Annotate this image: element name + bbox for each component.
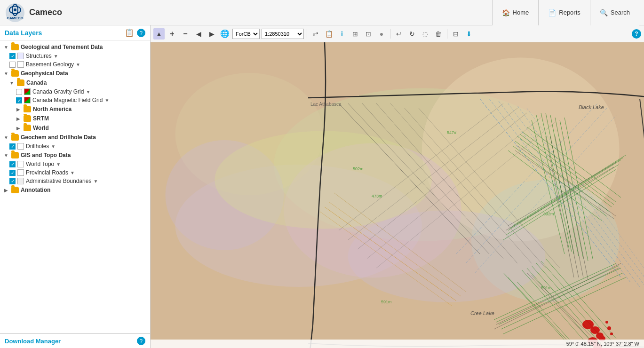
list-item: Canada Gravity Grid ▼ <box>13 87 150 96</box>
copy-button[interactable]: 📋 <box>323 28 334 40</box>
export-button[interactable]: ⊡ <box>363 28 374 40</box>
reports-label: Reports <box>559 9 580 16</box>
search-icon: 🔍 <box>600 9 608 16</box>
gravity-dropdown[interactable]: ▼ <box>86 89 90 95</box>
map-canvas[interactable]: Black Lake Lac Athabasca Cree Lake Reind… <box>151 42 644 348</box>
tree-group-header-northamerica[interactable]: ▶ North America <box>7 104 150 114</box>
svg-point-110 <box>605 321 608 324</box>
tree-group-header-srtm[interactable]: ▶ SRTM <box>7 114 150 123</box>
group-label-geochem: Geochem and Drillhole Data <box>21 134 96 141</box>
geophysical-children: ▼ Canada Canada Gravity Grid ▼ <box>0 78 150 133</box>
svg-point-112 <box>610 332 613 335</box>
expand-annotation[interactable]: ▶ <box>3 187 9 193</box>
group-label-northamerica: North America <box>33 106 72 112</box>
sidebar-add-button[interactable]: 📋 <box>125 28 134 37</box>
provincial-roads-checkbox[interactable]: ✓ <box>9 170 16 176</box>
coordinates-text: 59° 0' 48.15" N, 109° 37' 2.8" W <box>566 341 639 347</box>
download-manager: Download Manager ? <box>0 333 150 348</box>
drillholes-dropdown[interactable]: ▼ <box>51 144 56 149</box>
structures-checkbox[interactable]: ✓ <box>9 53 16 59</box>
provincial-roads-dropdown[interactable]: ▼ <box>70 170 75 175</box>
toolbar: ▲ + − ◀ ▶ 🌐 ForCB 1:2850310 ⇄ 📋 i ⊞ ⊡ ● … <box>151 25 644 42</box>
profile-select[interactable]: ForCB <box>232 29 260 39</box>
expand-world[interactable]: ▶ <box>15 125 22 131</box>
home-label: Home <box>513 9 529 16</box>
expand-geophysical[interactable]: ▼ <box>3 70 9 77</box>
scale-select[interactable]: 1:2850310 <box>262 29 304 39</box>
toolbar-separator-3 <box>447 29 447 39</box>
folder-icon-northamerica <box>24 106 31 112</box>
search-button[interactable]: 🔍 Search <box>590 0 639 25</box>
admin-boundaries-dropdown[interactable]: ▼ <box>93 179 98 184</box>
group-label-canada: Canada <box>26 79 47 86</box>
folder-icon-annotation <box>11 187 19 193</box>
pan-right-button[interactable]: ▶ <box>206 28 217 40</box>
list-item: Basement Geology ▼ <box>7 60 150 69</box>
pan-left-button[interactable]: ◀ <box>193 28 204 40</box>
group-label-srtm: SRTM <box>33 115 49 122</box>
tree-group-header-geological[interactable]: ▼ Geological and Tenement Data <box>0 42 150 52</box>
zoom-in-button[interactable]: + <box>167 28 178 40</box>
worldtopo-dropdown[interactable]: ▼ <box>56 162 61 167</box>
gravity-checkbox[interactable] <box>16 89 22 95</box>
delete-button[interactable]: 🗑 <box>433 28 444 40</box>
gis-topo-children: ✓ World Topo ▼ ✓ Provincial Roads ▼ ✓ <box>0 160 150 185</box>
magnetic-checkbox[interactable]: ✓ <box>16 97 22 103</box>
tree-group-header-geophysical[interactable]: ▼ Geophysical Data <box>0 69 150 78</box>
zoom-out-button[interactable]: − <box>180 28 191 40</box>
svg-text:473m: 473m <box>372 194 382 198</box>
tree-group-header-annotation[interactable]: ▶ Annotation <box>0 185 150 195</box>
expand-canada[interactable]: ▼ <box>8 79 15 86</box>
tree-group-header-gis-topo[interactable]: ▼ GIS and Topo Data <box>0 150 150 160</box>
reports-button[interactable]: 📄 Reports <box>538 0 590 25</box>
redo-button[interactable]: ↻ <box>406 28 418 40</box>
toggle-button[interactable]: ⇄ <box>310 28 321 40</box>
provincial-roads-icon <box>17 169 24 176</box>
folder-icon-world <box>24 125 31 131</box>
svg-text:392m: 392m <box>543 212 554 216</box>
expand-gis-topo[interactable]: ▼ <box>3 152 9 158</box>
clear-button[interactable]: ◌ <box>420 28 431 40</box>
tree-group-header-canada[interactable]: ▼ Canada <box>7 78 150 87</box>
expand-northamerica[interactable]: ▶ <box>15 106 22 112</box>
magnetic-dropdown[interactable]: ▼ <box>104 98 109 103</box>
structures-dropdown[interactable]: ▼ <box>54 54 58 59</box>
svg-text:591m: 591m <box>381 300 392 304</box>
expand-geochem[interactable]: ▼ <box>3 134 9 141</box>
expand-geological[interactable]: ▼ <box>3 44 9 50</box>
expand-srtm[interactable]: ▶ <box>15 115 22 122</box>
tree-group-geological: ▼ Geological and Tenement Data ✓ Structu… <box>0 42 150 69</box>
select-tool-button[interactable]: ▲ <box>153 28 165 40</box>
tree-group-header-world[interactable]: ▶ World <box>7 123 150 133</box>
globe-button[interactable]: 🌐 <box>219 28 231 40</box>
group-label-gis-topo: GIS and Topo Data <box>21 152 71 158</box>
svg-text:591m: 591m <box>541 285 552 290</box>
worldtopo-checkbox[interactable]: ✓ <box>9 161 16 167</box>
dot-button[interactable]: ● <box>376 28 387 40</box>
download-help-button[interactable]: ? <box>137 337 145 345</box>
tree-group-annotation: ▶ Annotation <box>0 185 150 195</box>
drillholes-checkbox[interactable]: ✓ <box>9 143 16 150</box>
basement-dropdown[interactable]: ▼ <box>76 62 80 67</box>
admin-boundaries-icon <box>17 178 24 184</box>
admin-boundaries-checkbox[interactable]: ✓ <box>9 178 16 184</box>
home-button[interactable]: 🏠 Home <box>492 0 539 25</box>
svg-text:Black Lake: Black Lake <box>579 104 604 110</box>
worldtopo-icon <box>17 161 24 167</box>
tree-group-header-geochem[interactable]: ▼ Geochem and Drillhole Data <box>0 133 150 142</box>
grid-button[interactable]: ⊞ <box>350 28 361 40</box>
sidebar-help-button[interactable]: ? <box>137 29 145 37</box>
svg-text:502m: 502m <box>353 166 364 171</box>
basement-checkbox[interactable] <box>9 62 16 68</box>
search-label: Search <box>611 9 630 16</box>
magnetic-label: Canada Magnetic Field Grid <box>32 97 103 103</box>
info-button[interactable]: i <box>336 28 348 40</box>
gravity-icon <box>24 88 31 95</box>
gravity-label: Canada Gravity Grid <box>32 88 84 95</box>
download-button[interactable]: ⬇ <box>463 28 475 40</box>
group-label-geological: Geological and Tenement Data <box>21 44 103 50</box>
toolbar-help-button[interactable]: ? <box>632 29 641 39</box>
print-button[interactable]: ⊟ <box>450 28 461 40</box>
tree-group-geophysical: ▼ Geophysical Data ▼ Canada <box>0 69 150 133</box>
undo-button[interactable]: ↩ <box>393 28 405 40</box>
